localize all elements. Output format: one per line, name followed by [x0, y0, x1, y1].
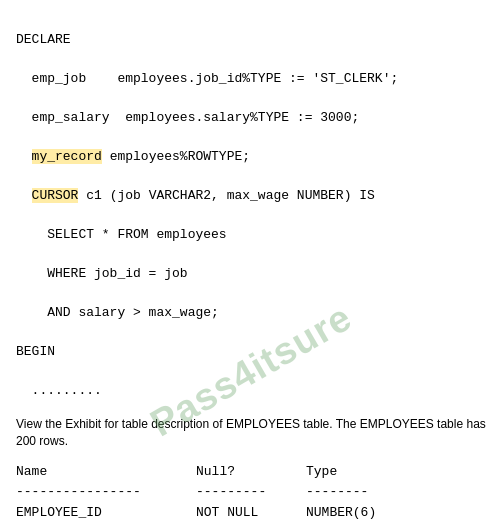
- cell-name: EMPLOYEE_ID: [16, 503, 196, 523]
- code-line-where: WHERE job_id = job: [16, 266, 188, 281]
- divider-type: --------: [306, 482, 446, 503]
- cell-type: NUMBER(6): [306, 503, 446, 523]
- code-line-emp-salary: emp_salary employees.salary%TYPE := 3000…: [16, 110, 359, 125]
- header-type: Type: [306, 462, 446, 483]
- table-row: EMPLOYEE_IDNOT NULLNUMBER(6): [16, 503, 486, 523]
- code-line-and: AND salary > max_wage;: [16, 305, 219, 320]
- code-line-cursor-pre: [16, 188, 32, 203]
- code-line-emp-job: emp_job employees.job_id%TYPE := 'ST_CLE…: [16, 71, 398, 86]
- code-line-my-record-pre: [16, 149, 32, 164]
- code-line-declare: DECLARE: [16, 32, 71, 47]
- code-line-select: SELECT * FROM employees: [16, 227, 227, 242]
- cell-null: NOT NULL: [196, 503, 306, 523]
- code-line-my-record-post: employees%ROWTYPE;: [102, 149, 250, 164]
- employees-table: Name Null? Type ---------------- -------…: [16, 462, 486, 523]
- highlight-cursor: CURSOR: [32, 188, 79, 203]
- exhibit-description: View the Exhibit for table description o…: [16, 416, 486, 450]
- header-name: Name: [16, 462, 196, 483]
- divider-null: ---------: [196, 482, 306, 503]
- table-header: Name Null? Type: [16, 462, 486, 483]
- divider-name: ----------------: [16, 482, 196, 503]
- table-rows-container: EMPLOYEE_IDNOT NULLNUMBER(6)FIRST_NAMEVA…: [16, 503, 486, 523]
- header-null: Null?: [196, 462, 306, 483]
- code-block: DECLARE emp_job employees.job_id%TYPE :=…: [16, 10, 486, 400]
- code-line-dots: .........: [16, 383, 102, 398]
- highlight-my-record: my_record: [32, 149, 102, 164]
- code-line-cursor-post: c1 (job VARCHAR2, max_wage NUMBER) IS: [78, 188, 374, 203]
- table-divider: ---------------- --------- --------: [16, 482, 486, 503]
- code-line-begin: BEGIN: [16, 344, 55, 359]
